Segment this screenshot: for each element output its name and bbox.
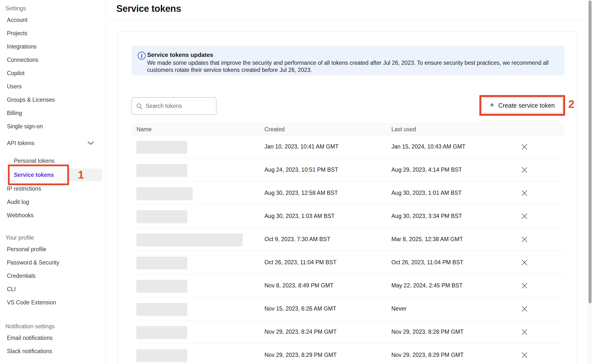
banner-line-1: We made some updates that improve the se… <box>147 60 549 66</box>
sidebar-item-label: Audit log <box>7 199 29 205</box>
sidebar-item-label: Credentials <box>7 273 35 279</box>
close-icon <box>521 282 528 289</box>
header-divider <box>106 20 588 20</box>
token-created-cell: Nov 29, 2023, 8:24 PM GMT <box>264 329 391 335</box>
delete-token-button[interactable] <box>521 259 528 266</box>
table-row: Oct 26, 2023, 11:04 PM BSTOct 26, 2023, … <box>132 251 565 274</box>
sidebar-item-single-sign-on[interactable]: Single sign-on <box>0 120 106 133</box>
sidebar-item-billing[interactable]: Billing <box>0 106 106 120</box>
close-icon <box>521 213 528 220</box>
sidebar-item-audit-log[interactable]: Audit log <box>0 195 106 209</box>
delete-token-button[interactable] <box>521 189 528 197</box>
sidebar-item-connections[interactable]: Connections <box>0 53 106 66</box>
scrollbar-track[interactable] <box>588 0 592 364</box>
info-icon: i <box>137 51 146 60</box>
delete-token-button[interactable] <box>521 143 528 150</box>
annotation-number-1: 1 <box>78 168 84 181</box>
table-row: Nov 29, 2023, 8:24 PM GMTNov 29, 2023, 8… <box>132 320 565 344</box>
info-banner: i Service tokens updates We made some up… <box>132 46 565 75</box>
sidebar-item-label: Integrations <box>7 43 36 50</box>
sidebar-item-label: Copilot <box>7 70 25 77</box>
delete-token-button[interactable] <box>521 351 528 359</box>
token-name-cell <box>132 210 264 222</box>
token-actions-cell <box>521 213 565 220</box>
token-actions-cell <box>521 259 565 266</box>
table-body: Jan 10, 2023, 10:41 AM GMTJan 15, 2024, … <box>132 135 565 364</box>
annotation-number-2: 2 <box>568 98 574 110</box>
table-row: Aug 24, 2023, 10:51 PM BSTAug 29, 2023, … <box>132 158 565 182</box>
sidebar-item-webhooks[interactable]: Webhooks <box>0 209 106 222</box>
delete-token-button[interactable] <box>521 282 528 289</box>
sidebar-item-label: Personal tokens <box>14 158 54 164</box>
sidebar-item-cli[interactable]: CLI <box>0 282 106 296</box>
column-header-name: Name <box>132 126 264 133</box>
sidebar-item-label: IP restrictions <box>7 185 41 192</box>
delete-token-button[interactable] <box>521 236 528 243</box>
sidebar-item-credentials[interactable]: Credentials <box>0 269 106 282</box>
token-last-used-cell: Nov 29, 2023, 8:29 PM GMT <box>391 352 521 358</box>
sidebar-item-label: Email notifications <box>7 335 52 341</box>
delete-token-button[interactable] <box>521 213 528 220</box>
sidebar-item-api-tokens[interactable]: API tokens <box>0 136 106 150</box>
sidebar-item-projects[interactable]: Projects <box>0 27 106 40</box>
token-last-used-cell: Aug 29, 2023, 4:14 PM BST <box>391 166 521 173</box>
close-icon <box>521 190 528 197</box>
redacted-token-name <box>137 326 187 338</box>
token-created-cell: Aug 30, 2023, 12:58 AM BST <box>264 190 391 196</box>
redacted-token-name <box>137 141 187 153</box>
plus-icon: + <box>490 100 494 110</box>
create-button-label: Create service token <box>498 102 555 109</box>
token-name-cell <box>132 233 264 245</box>
close-icon <box>521 143 528 150</box>
token-created-cell: Nov 15, 2023, 6:26 AM GMT <box>264 305 391 312</box>
delete-token-button[interactable] <box>521 328 528 336</box>
sidebar-item-label: Service tokens <box>14 172 54 178</box>
redacted-token-name <box>137 187 192 199</box>
sidebar-item-label: Webhooks <box>7 212 34 219</box>
sidebar-item-users[interactable]: Users <box>0 80 106 93</box>
search-box <box>132 97 216 115</box>
sidebar-item-copilot[interactable]: Copilot <box>0 66 106 80</box>
redacted-token-name <box>137 164 187 176</box>
page-title: Service tokens <box>116 3 181 14</box>
sidebar-item-label: Slack notifications <box>7 348 52 355</box>
table-row: Nov 8, 2023, 8:49 PM GMTMay 22, 2024, 2:… <box>132 274 565 297</box>
sidebar-item-email-notifications[interactable]: Email notifications <box>0 331 106 345</box>
redacted-token-name <box>137 210 187 222</box>
scrollbar-thumb[interactable] <box>589 0 592 303</box>
sidebar-item-vs-code-extension[interactable]: VS Code Extension <box>0 296 106 309</box>
token-actions-cell <box>521 305 565 313</box>
sidebar-item-label: Groups & Licenses <box>7 97 55 103</box>
delete-token-button[interactable] <box>521 305 528 313</box>
banner-body: We made some updates that improve the se… <box>147 59 549 74</box>
token-last-used-cell: Mar 8, 2025, 12:38 AM GMT <box>391 236 521 243</box>
close-icon <box>521 352 528 359</box>
sidebar-item-password-security[interactable]: Password & Security <box>0 256 106 269</box>
close-icon <box>521 329 528 335</box>
token-created-cell: Aug 24, 2023, 10:51 PM BST <box>264 166 391 173</box>
search-input[interactable] <box>146 98 214 115</box>
create-service-token-button[interactable]: + Create service token <box>482 98 562 113</box>
close-icon <box>521 236 528 243</box>
table-row: Aug 30, 2023, 1:03 AM BSTAug 30, 2023, 3… <box>132 205 565 228</box>
token-actions-cell <box>521 328 565 336</box>
token-name-cell <box>132 187 264 199</box>
sidebar-item-label: Personal profile <box>7 246 46 253</box>
sidebar-item-label: Billing <box>7 110 22 116</box>
sidebar-item-label: API tokens <box>7 140 34 147</box>
sidebar-item-label: Projects <box>7 30 27 37</box>
sidebar-item-integrations[interactable]: Integrations <box>0 40 106 53</box>
tokens-table: Name Created Last used Jan 10, 2023, 10:… <box>132 123 565 364</box>
sidebar-item-groups-licenses[interactable]: Groups & Licenses <box>0 93 106 106</box>
sidebar-item-slack-notifications[interactable]: Slack notifications <box>0 345 106 358</box>
column-header-created: Created <box>264 126 391 133</box>
sidebar-item-label: Connections <box>7 57 38 63</box>
close-icon <box>521 166 528 173</box>
banner-title: Service tokens updates <box>147 51 213 58</box>
table-row: Jan 10, 2023, 10:41 AM GMTJan 15, 2024, … <box>132 135 565 158</box>
sidebar-item-service-tokens[interactable]: 1Service tokens <box>0 168 106 182</box>
sidebar-item-personal-profile[interactable]: Personal profile <box>0 243 106 256</box>
delete-token-button[interactable] <box>521 166 528 174</box>
sidebar-item-account[interactable]: Account <box>0 13 106 27</box>
sidebar-item-label: Account <box>7 17 27 23</box>
